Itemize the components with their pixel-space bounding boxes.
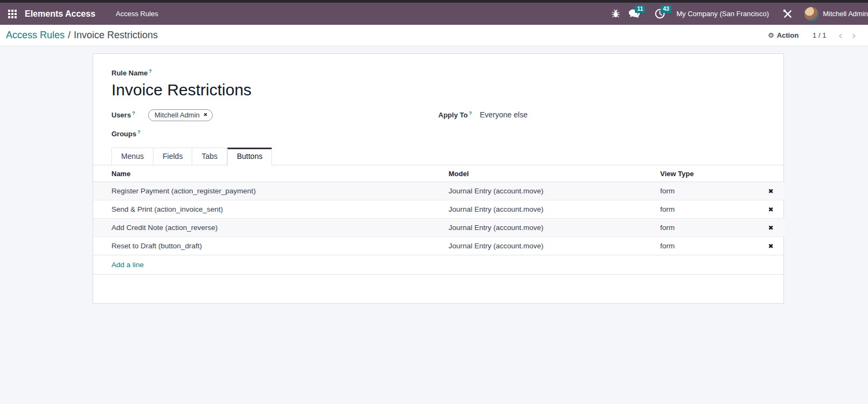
fields-grid: Users? Mitchell Admin ✖ Groups? — [111, 109, 765, 145]
messages-count-badge: 11 — [635, 5, 645, 13]
tab-buttons[interactable]: Buttons — [227, 148, 272, 165]
messages-button[interactable]: 11 — [625, 3, 643, 25]
top-navbar: Elements Access Access Rules 11 43 — [0, 3, 868, 25]
apps-grid-icon — [8, 10, 17, 18]
groups-label: Groups? — [111, 128, 148, 138]
cell-model[interactable]: Journal Entry (account.move) — [449, 237, 660, 255]
table-row[interactable]: Send & Print (action_invoice_sent) Journ… — [93, 200, 785, 219]
column-header-delete — [757, 165, 785, 182]
tab-fields[interactable]: Fields — [153, 148, 192, 165]
column-header-view-type[interactable]: View Type — [660, 165, 757, 182]
cell-name[interactable]: Reset to Draft (button_draft) — [93, 237, 449, 255]
cell-view-type[interactable]: form — [660, 237, 757, 255]
bug-icon — [611, 9, 620, 18]
tag-remove-icon[interactable]: ✖ — [204, 112, 208, 117]
apply-to-help-icon[interactable]: ? — [469, 110, 472, 116]
delete-row-icon[interactable]: ✖ — [768, 206, 773, 213]
activities-count-badge: 43 — [661, 5, 671, 13]
users-label-text: Users — [111, 111, 131, 119]
users-tag-label: Mitchell Admin — [155, 111, 200, 119]
table-header-row: Name Model View Type — [93, 165, 785, 182]
tab-menus[interactable]: Menus — [111, 148, 153, 165]
user-menu[interactable]: Mitchell Admin — [823, 10, 868, 18]
company-switcher[interactable]: My Company (San Francisco) — [676, 10, 769, 18]
breadcrumb-separator: / — [68, 30, 71, 41]
cell-model[interactable]: Journal Entry (account.move) — [449, 200, 660, 219]
pager-previous-button[interactable]: ‹ — [834, 30, 847, 41]
crossed-tools-icon — [782, 8, 794, 20]
fields-right-column: Apply To? Everyone else — [438, 109, 765, 145]
debug-button[interactable] — [606, 3, 625, 25]
notebook-tabs: Menus Fields Tabs Buttons — [93, 148, 783, 165]
rule-name-value[interactable]: Invoice Restrictions — [111, 80, 765, 100]
chevron-right-icon: › — [851, 29, 856, 42]
column-header-name[interactable]: Name — [93, 165, 449, 182]
cell-view-type[interactable]: form — [660, 182, 757, 200]
breadcrumb-current: Invoice Restrictions — [74, 30, 158, 41]
users-label: Users? — [111, 109, 148, 119]
rule-name-label-text: Rule Name — [111, 69, 148, 77]
breadcrumb: Access Rules / Invoice Restrictions — [6, 30, 158, 41]
buttons-table: Name Model View Type Register Payment (a… — [93, 165, 785, 255]
groups-field-row: Groups? — [111, 128, 438, 138]
rule-name-label: Rule Name? — [111, 68, 765, 77]
tools-button[interactable] — [779, 3, 797, 25]
record-pager-counter: 1 / 1 — [813, 31, 826, 39]
apply-to-label-text: Apply To — [438, 111, 468, 119]
nav-menu-access-rules[interactable]: Access Rules — [110, 3, 164, 25]
delete-row-icon[interactable]: ✖ — [768, 242, 773, 250]
cell-view-type[interactable]: form — [660, 219, 757, 237]
cell-name[interactable]: Register Payment (action_register_paymen… — [93, 182, 449, 200]
activities-button[interactable]: 43 — [650, 3, 669, 25]
rule-name-help-icon[interactable]: ? — [149, 68, 152, 74]
cell-name[interactable]: Add Credit Note (action_reverse) — [93, 219, 449, 237]
add-line-row: Add a line — [93, 255, 783, 275]
tab-tabs[interactable]: Tabs — [192, 148, 227, 165]
action-menu-label: Action — [777, 31, 799, 39]
breadcrumb-parent-link[interactable]: Access Rules — [6, 30, 65, 41]
control-panel: Access Rules / Invoice Restrictions ⚙ Ac… — [0, 25, 868, 46]
cell-model[interactable]: Journal Entry (account.move) — [449, 219, 660, 237]
chevron-left-icon: ‹ — [838, 29, 843, 42]
add-a-line-link[interactable]: Add a line — [111, 261, 144, 269]
apps-menu-button[interactable] — [0, 3, 25, 25]
apply-to-value[interactable]: Everyone else — [480, 109, 528, 119]
users-help-icon[interactable]: ? — [132, 110, 135, 116]
action-menu-button[interactable]: ⚙ Action — [768, 31, 799, 39]
groups-help-icon[interactable]: ? — [137, 129, 141, 135]
users-field-row: Users? Mitchell Admin ✖ — [111, 109, 438, 121]
app-title[interactable]: Elements Access — [25, 9, 95, 19]
cell-view-type[interactable]: form — [660, 200, 757, 219]
column-header-model[interactable]: Model — [449, 165, 660, 182]
user-avatar[interactable] — [804, 7, 818, 21]
cell-model[interactable]: Journal Entry (account.move) — [449, 182, 660, 200]
cell-name[interactable]: Send & Print (action_invoice_sent) — [93, 200, 449, 219]
sheet-bottom-space — [93, 275, 783, 303]
apply-to-label: Apply To? — [438, 109, 480, 119]
form-sheet: Rule Name? Invoice Restrictions Users? M… — [93, 53, 784, 304]
delete-row-icon[interactable]: ✖ — [768, 224, 773, 232]
gear-icon: ⚙ — [768, 31, 774, 39]
users-tag-mitchell-admin[interactable]: Mitchell Admin ✖ — [148, 109, 213, 121]
table-row[interactable]: Register Payment (action_register_paymen… — [93, 182, 785, 200]
fields-left-column: Users? Mitchell Admin ✖ Groups? — [111, 109, 438, 145]
apply-to-field-row: Apply To? Everyone else — [438, 109, 765, 119]
groups-label-text: Groups — [111, 130, 136, 138]
table-row[interactable]: Add Credit Note (action_reverse) Journal… — [93, 219, 785, 237]
pager-next-button[interactable]: › — [847, 30, 860, 41]
table-row[interactable]: Reset to Draft (button_draft) Journal En… — [93, 237, 785, 255]
delete-row-icon[interactable]: ✖ — [768, 187, 773, 195]
main-content: Rule Name? Invoice Restrictions Users? M… — [0, 46, 868, 304]
